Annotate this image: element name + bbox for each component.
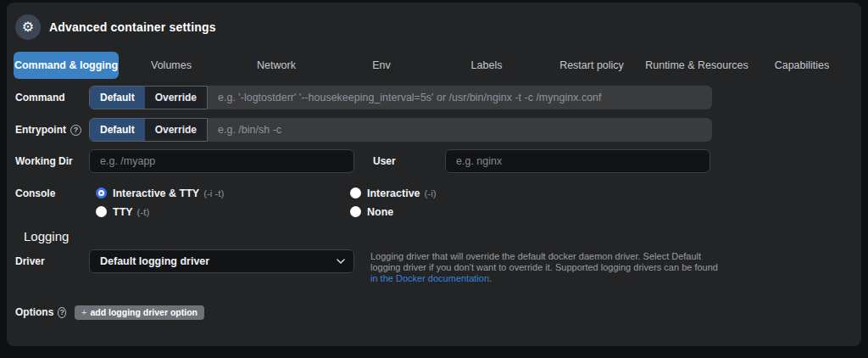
- entrypoint-control: Default Override: [89, 118, 712, 142]
- radio-flag: (-t): [137, 207, 150, 217]
- command-input[interactable]: [208, 86, 712, 109]
- panel-title: Advanced container settings: [49, 20, 216, 34]
- tab-label: Labels: [471, 59, 503, 71]
- driver-label-text: Driver: [15, 255, 45, 267]
- tab-label: Runtime & Resources: [645, 59, 748, 71]
- tab-label: Capabilities: [775, 59, 830, 71]
- tab-restart-policy[interactable]: Restart policy: [539, 52, 644, 79]
- radio-unselected-icon: [96, 206, 107, 217]
- tab-label: Env: [372, 59, 391, 71]
- options-label: Options ?: [15, 306, 66, 318]
- help-icon[interactable]: ?: [70, 125, 81, 136]
- tab-capabilities[interactable]: Capabilities: [749, 52, 854, 79]
- tab-labels[interactable]: Labels: [434, 52, 539, 79]
- command-override-button[interactable]: Override: [145, 87, 207, 109]
- working-dir-user-row: Working Dir User: [15, 149, 853, 173]
- driver-select[interactable]: Default logging driver: [89, 249, 354, 273]
- working-dir-label: Working Dir: [15, 155, 89, 167]
- tab-label: Command & logging: [14, 59, 118, 71]
- driver-description-period: .: [489, 273, 492, 283]
- tab-bar: Command & logging Volumes Network Env La…: [14, 52, 854, 79]
- entrypoint-label-text: Entrypoint: [15, 124, 66, 136]
- user-label-text: User: [373, 155, 396, 167]
- command-row: Command Default Override: [15, 86, 853, 109]
- options-row: Options ? + add logging driver option: [15, 305, 853, 320]
- radio-flag: (-i): [425, 188, 437, 199]
- logging-section-title: Logging: [24, 229, 853, 243]
- entrypoint-mode-toggle: Default Override: [89, 118, 208, 142]
- panel-header: ⚙ Advanced container settings: [7, 3, 861, 52]
- radio-label: None: [367, 206, 393, 218]
- radio-none[interactable]: None: [343, 204, 437, 220]
- user-input[interactable]: [445, 149, 710, 173]
- radio-label: TTY: [113, 206, 133, 218]
- entrypoint-override-button[interactable]: Override: [145, 119, 207, 141]
- driver-description-text: Logging driver that will override the de…: [370, 251, 718, 272]
- radio-label: Interactive & TTY: [113, 187, 199, 199]
- command-control: Default Override: [89, 86, 712, 109]
- tab-volumes[interactable]: Volumes: [119, 52, 224, 79]
- tab-runtime-resources[interactable]: Runtime & Resources: [644, 52, 749, 79]
- command-default-button[interactable]: Default: [90, 87, 145, 109]
- add-option-button-label: add logging driver option: [90, 307, 198, 317]
- radio-unselected-icon: [350, 187, 361, 199]
- gear-icon: ⚙: [15, 14, 41, 40]
- plus-icon: +: [81, 308, 86, 317]
- radio-unselected-icon: [350, 206, 361, 217]
- radio-interactive-tty[interactable]: Interactive & TTY (-i -t): [89, 185, 343, 201]
- help-icon[interactable]: ?: [58, 307, 66, 318]
- options-label-text: Options: [15, 306, 53, 318]
- radio-label: Interactive: [367, 187, 420, 199]
- tab-label: Network: [257, 59, 296, 71]
- tab-network[interactable]: Network: [224, 52, 329, 79]
- docker-documentation-link[interactable]: in the Docker documentation: [370, 273, 489, 283]
- radio-selected-icon: [96, 187, 107, 199]
- entrypoint-input[interactable]: [208, 118, 712, 142]
- working-dir-input[interactable]: [89, 149, 354, 173]
- entrypoint-row: Entrypoint ? Default Override: [15, 118, 853, 142]
- tab-env[interactable]: Env: [329, 52, 434, 79]
- tab-label: Volumes: [151, 59, 192, 71]
- driver-row: Driver Default logging driver Logging dr…: [15, 249, 853, 285]
- command-label: Command: [15, 92, 89, 103]
- console-radio-group: Interactive & TTY (-i -t) Interactive (-…: [89, 185, 437, 220]
- settings-form: Command Default Override Entrypoint ? De…: [7, 86, 861, 320]
- console-label-text: Console: [15, 187, 55, 199]
- entrypoint-default-button[interactable]: Default: [90, 119, 145, 141]
- radio-interactive[interactable]: Interactive (-i): [343, 185, 437, 201]
- tab-label: Restart policy: [559, 59, 624, 71]
- radio-flag: (-i -t): [203, 188, 224, 199]
- tab-command-logging[interactable]: Command & logging: [14, 52, 119, 79]
- driver-description: Logging driver that will override the de…: [370, 249, 720, 285]
- gear-icon-glyph: ⚙: [22, 20, 34, 34]
- driver-select-value: Default logging driver: [100, 255, 209, 267]
- driver-label: Driver: [15, 249, 89, 273]
- add-logging-driver-option-button[interactable]: + add logging driver option: [75, 305, 204, 320]
- user-label: User: [373, 155, 445, 167]
- command-mode-toggle: Default Override: [89, 86, 208, 109]
- entrypoint-label: Entrypoint ?: [15, 124, 89, 136]
- console-row: Console Interactive & TTY (-i -t) Intera…: [15, 185, 853, 220]
- advanced-container-settings-panel: ⚙ Advanced container settings Command & …: [7, 3, 861, 346]
- radio-tty[interactable]: TTY (-t): [89, 204, 343, 220]
- console-label: Console: [15, 185, 89, 201]
- command-label-text: Command: [15, 92, 65, 103]
- working-dir-label-text: Working Dir: [15, 155, 73, 167]
- chevron-down-icon: [337, 259, 345, 264]
